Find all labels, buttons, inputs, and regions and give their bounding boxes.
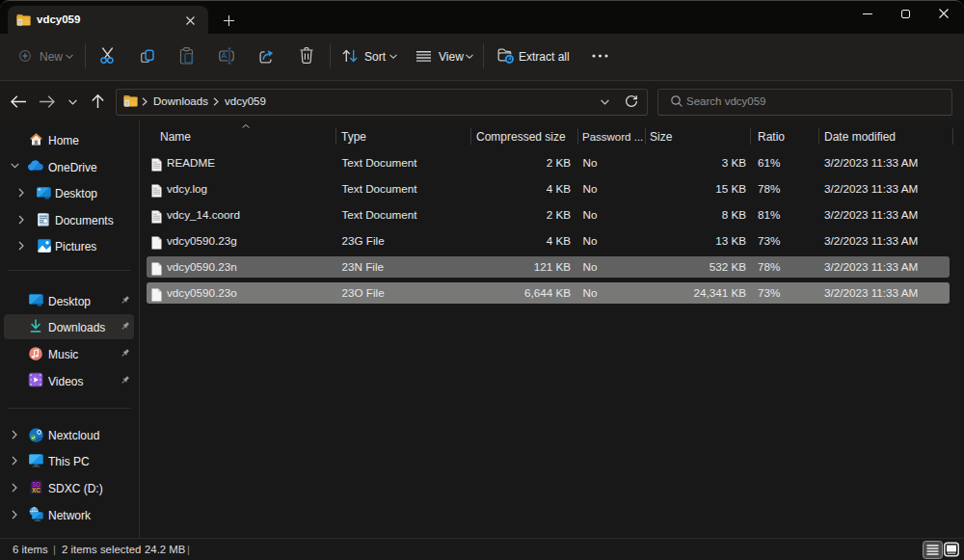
svg-text:XC: XC <box>32 487 40 493</box>
